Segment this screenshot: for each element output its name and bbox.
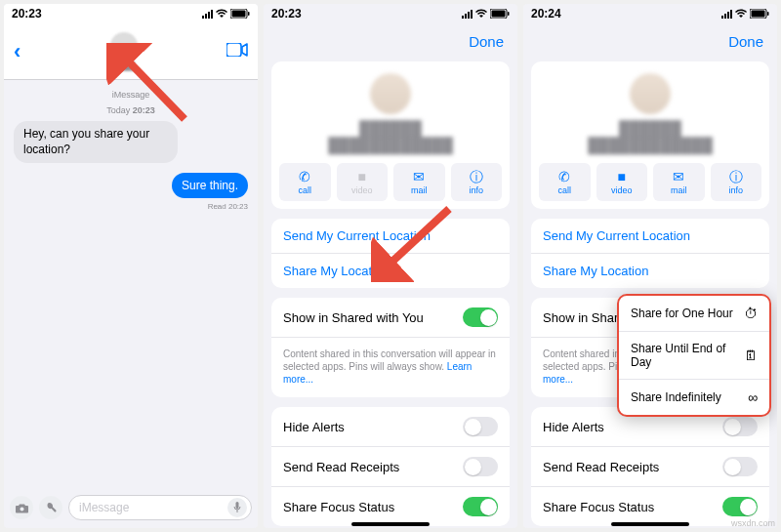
annotation-arrow: [106, 43, 194, 126]
svg-rect-1: [232, 11, 246, 18]
info-icon: ⓘ: [713, 169, 760, 184]
done-button[interactable]: Done: [728, 33, 763, 50]
action-buttons: ✆call ■video ✉mail ⓘinfo: [539, 163, 761, 201]
phone-icon: ✆: [281, 169, 329, 184]
info-button[interactable]: ⓘinfo: [451, 163, 503, 201]
annotation-arrow: [371, 204, 459, 282]
status-time: 20:23: [12, 7, 42, 20]
outgoing-message[interactable]: Sure thing.: [172, 173, 248, 198]
mail-icon: ✉: [395, 169, 443, 184]
video-button[interactable]: ■video: [337, 163, 389, 201]
signal-icon: [462, 9, 473, 19]
share-focus-row: Share Focus Status: [271, 487, 510, 526]
svg-rect-8: [492, 11, 506, 18]
info-icon: ⓘ: [453, 169, 501, 184]
share-focus-toggle[interactable]: [463, 497, 498, 516]
share-focus-toggle[interactable]: [722, 497, 758, 516]
watermark: wsxdn.com: [731, 518, 775, 528]
clock-icon: ⏱: [744, 306, 758, 321]
contact-card: ██████ ████████████ ✆call ■video ✉mail ⓘ…: [531, 61, 769, 209]
phone-icon: ✆: [541, 169, 589, 184]
send-read-receipts-toggle[interactable]: [463, 457, 498, 476]
apps-icon[interactable]: [39, 496, 62, 519]
hide-alerts-toggle[interactable]: [463, 417, 498, 436]
home-indicator[interactable]: [611, 522, 689, 526]
info-button[interactable]: ⓘinfo: [711, 163, 762, 201]
video-icon: ■: [598, 169, 646, 184]
share-my-location[interactable]: Share My Location: [531, 254, 769, 288]
location-group: Send My Current Location Share My Locati…: [531, 219, 769, 288]
signal-icon: [721, 9, 732, 19]
svg-rect-3: [226, 43, 241, 57]
facetime-button[interactable]: [226, 43, 248, 61]
popup-anchor: Share for One Hour ⏱ Share Until End of …: [523, 298, 777, 397]
back-button[interactable]: ‹: [14, 39, 21, 64]
done-button[interactable]: Done: [469, 33, 504, 50]
battery-icon: [490, 9, 510, 19]
sheet-header: Done: [264, 23, 517, 56]
status-time: 20:23: [271, 7, 302, 20]
svg-rect-5: [236, 502, 239, 509]
share-end-of-day[interactable]: Share Until End of Day 🗓: [619, 332, 769, 380]
share-duration-menu: Share for One Hour ⏱ Share Until End of …: [617, 294, 771, 417]
status-bar: 20:24: [523, 4, 777, 23]
calendar-icon: 🗓: [744, 348, 758, 363]
svg-rect-13: [767, 12, 769, 16]
contact-card: ██████ ████████████ ✆call ■video ✉mail ⓘ…: [271, 61, 510, 209]
wifi-icon: [734, 9, 748, 19]
contact-name: ██████ ████████████: [279, 120, 502, 153]
battery-icon: [750, 9, 769, 19]
send-read-receipts-row: Send Read Receipts: [271, 447, 510, 487]
svg-line-6: [120, 53, 185, 119]
settings-group: Hide Alerts Send Read Receipts Share Foc…: [531, 407, 769, 526]
settings-group: Hide Alerts Send Read Receipts Share Foc…: [271, 407, 510, 526]
status-time: 20:24: [531, 7, 561, 20]
show-in-shared-toggle[interactable]: [463, 307, 498, 327]
send-current-location[interactable]: Send My Current Location: [531, 219, 769, 254]
send-read-receipts-row: Send Read Receipts: [531, 447, 769, 487]
show-in-shared-row: Show in Shared with You: [271, 298, 510, 338]
wifi-icon: [215, 9, 228, 19]
shared-with-you-group: Show in Shared with You Content shared i…: [271, 298, 510, 397]
video-icon: ■: [339, 169, 387, 184]
sheet-header: Done: [523, 23, 777, 56]
incoming-message[interactable]: Hey, can you share your location?: [14, 121, 178, 163]
message-input[interactable]: iMessage: [68, 495, 252, 520]
svg-rect-12: [752, 11, 765, 18]
infinity-icon: ∞: [748, 389, 758, 405]
home-indicator[interactable]: [351, 522, 430, 526]
svg-rect-2: [248, 12, 250, 16]
contact-name: ██████ ████████████: [539, 120, 761, 153]
svg-rect-9: [508, 12, 510, 16]
battery-icon: [230, 9, 250, 19]
svg-line-10: [383, 209, 449, 270]
hide-alerts-row: Hide Alerts: [271, 407, 510, 447]
status-bar: 20:23: [264, 4, 517, 23]
hide-alerts-toggle[interactable]: [722, 417, 758, 436]
phone-screen-contact-sheet: 20:23 Done ██████ ████████████ ✆call ■vi…: [264, 4, 517, 528]
svg-point-4: [20, 507, 23, 511]
share-indefinitely[interactable]: Share Indefinitely ∞: [619, 380, 769, 415]
shared-description: Content shared in this conversation will…: [271, 338, 510, 397]
wifi-icon: [474, 9, 488, 19]
avatar: [370, 73, 411, 114]
status-indicators: [721, 9, 769, 19]
share-one-hour[interactable]: Share for One Hour ⏱: [619, 296, 769, 332]
mail-button[interactable]: ✉mail: [653, 163, 705, 201]
status-indicators: [462, 9, 510, 19]
camera-icon[interactable]: [10, 496, 33, 519]
mail-icon: ✉: [655, 169, 703, 184]
dictate-icon[interactable]: [227, 498, 247, 517]
call-button[interactable]: ✆call: [539, 163, 591, 201]
phone-screen-share-popup: 20:24 Done ██████ ████████████ ✆call ■vi…: [523, 4, 777, 528]
mail-button[interactable]: ✉mail: [393, 163, 445, 201]
status-indicators: [202, 9, 250, 19]
avatar: [630, 73, 671, 114]
call-button[interactable]: ✆call: [279, 163, 331, 201]
phone-screen-messages: 20:23 ‹ ████ iMessage Today 20:23 Hey, c…: [4, 4, 258, 528]
message-input-bar: iMessage: [4, 495, 258, 520]
placeholder: iMessage: [79, 501, 129, 514]
signal-icon: [202, 9, 213, 19]
send-read-receipts-toggle[interactable]: [722, 457, 758, 476]
video-button[interactable]: ■video: [596, 163, 648, 201]
